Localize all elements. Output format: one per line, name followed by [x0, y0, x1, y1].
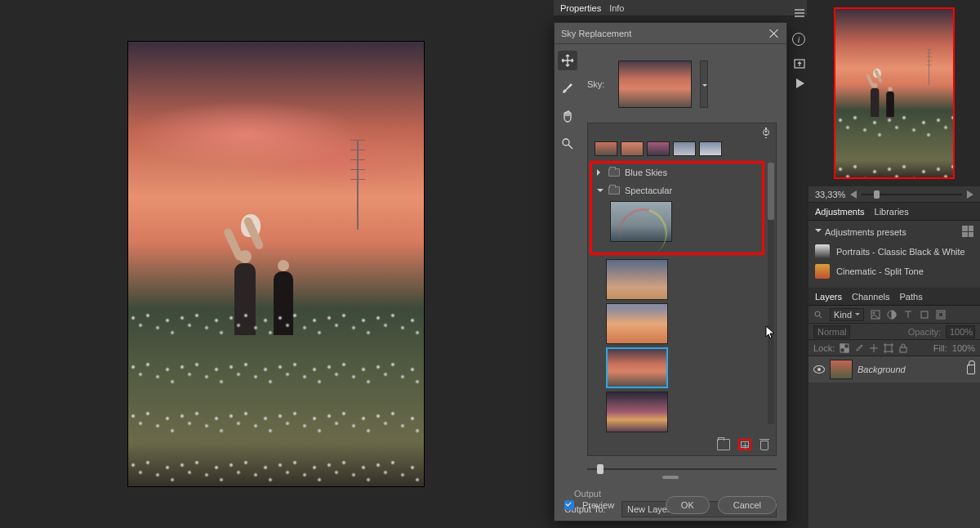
- folder-icon: [608, 168, 620, 177]
- preset-scrollbar[interactable]: [768, 163, 774, 424]
- tab-channels[interactable]: Channels: [852, 292, 889, 302]
- zoom-out-icon[interactable]: [850, 190, 857, 199]
- svg-rect-6: [921, 311, 928, 318]
- sky-thumb-rainbow[interactable]: [610, 201, 672, 242]
- blend-mode-select[interactable]: Normal: [813, 325, 850, 338]
- brush-tool[interactable]: [558, 78, 577, 98]
- zoom-value[interactable]: 33,33%: [815, 190, 845, 199]
- recent-sky-thumb[interactable]: [673, 141, 696, 156]
- lock-pos-icon[interactable]: [869, 343, 879, 353]
- right-panel-group: 33,33% Adjustments Libraries Adjustments…: [808, 0, 980, 528]
- folder-label: Spectacular: [625, 186, 672, 195]
- tab-paths[interactable]: Paths: [900, 292, 923, 302]
- scrollbar-thumb[interactable]: [768, 163, 774, 220]
- export-icon[interactable]: [793, 57, 806, 70]
- lock-label: Lock:: [813, 343, 835, 353]
- svg-rect-12: [885, 345, 892, 351]
- zoom-in-icon[interactable]: [967, 190, 973, 199]
- hand-tool[interactable]: [558, 106, 577, 126]
- tab-libraries[interactable]: Libraries: [875, 207, 909, 217]
- opacity-label: Opacity:: [908, 327, 941, 337]
- highlight-annotation: Blue Skies Spectacular: [590, 161, 764, 255]
- layer-filter-select[interactable]: Kind: [830, 308, 864, 321]
- new-group-icon[interactable]: [717, 439, 730, 450]
- sky-replacement-dialog: Sky Replacement Sky:: [554, 22, 787, 521]
- filter-type-icon[interactable]: [903, 310, 913, 320]
- sky-thumb[interactable]: [606, 303, 668, 344]
- lock-artboard-icon[interactable]: [884, 343, 893, 353]
- folder-label: Blue Skies: [625, 168, 667, 177]
- preset-cinematic-split[interactable]: Cinematic - Split Tone: [815, 262, 973, 281]
- thumbnail-size-slider[interactable]: [587, 461, 777, 477]
- layer-name[interactable]: Background: [858, 365, 906, 374]
- new-sky-icon[interactable]: [738, 439, 751, 450]
- lock-trans-icon[interactable]: [840, 343, 849, 353]
- image-flowers: [128, 308, 424, 486]
- lock-all-icon[interactable]: [898, 343, 908, 353]
- sky-label: Sky:: [587, 79, 610, 89]
- search-icon: [813, 310, 823, 320]
- preset-portraits-bw[interactable]: Portraits - Classic Black & White: [815, 242, 973, 262]
- navigator-thumbnail[interactable]: [834, 7, 955, 179]
- zoom-slider[interactable]: [862, 194, 962, 195]
- delete-sky-icon[interactable]: [760, 439, 769, 450]
- preset-settings-icon[interactable]: [761, 128, 771, 137]
- svg-rect-13: [900, 347, 906, 352]
- fill-value[interactable]: 100%: [952, 343, 975, 353]
- preset-label: Cinematic - Split Tone: [836, 266, 924, 276]
- recent-sky-thumb[interactable]: [595, 141, 617, 156]
- panel-resize-grip[interactable]: [662, 476, 679, 479]
- recent-skies-row: [588, 141, 776, 156]
- sky-thumb-selected[interactable]: [606, 347, 668, 388]
- preset-label: Portraits - Classic Black & White: [836, 247, 965, 257]
- filter-smart-icon[interactable]: [936, 310, 946, 320]
- layer-lock-icon[interactable]: [967, 365, 975, 374]
- layer-row-background[interactable]: Background: [808, 356, 980, 383]
- tab-adjustments[interactable]: Adjustments: [815, 207, 865, 217]
- sky-preset-panel: Blue Skies Spectacular: [587, 123, 777, 456]
- filter-image-icon[interactable]: [871, 310, 880, 320]
- ok-button[interactable]: OK: [666, 496, 710, 514]
- svg-rect-11: [844, 348, 849, 352]
- image-tower: [357, 140, 359, 230]
- canvas-area[interactable]: [0, 0, 551, 528]
- collapse-panel-icon[interactable]: [793, 7, 806, 20]
- tab-properties[interactable]: Properties: [560, 3, 601, 13]
- move-tool[interactable]: [558, 51, 577, 70]
- fill-label: Fill:: [933, 343, 947, 353]
- sky-thumb[interactable]: [606, 392, 668, 432]
- play-icon[interactable]: [793, 77, 806, 90]
- tab-info[interactable]: Info: [609, 3, 624, 13]
- svg-rect-10: [840, 344, 844, 348]
- folder-icon: [608, 186, 620, 195]
- preview-label: Preview: [582, 500, 614, 510]
- sky-dropdown-toggle[interactable]: [700, 60, 708, 108]
- preset-swatch-icon: [815, 244, 830, 259]
- preview-checkbox[interactable]: [564, 500, 574, 510]
- filter-shape-icon[interactable]: [920, 310, 929, 320]
- opacity-value[interactable]: 100%: [946, 325, 975, 338]
- tab-layers[interactable]: Layers: [815, 292, 842, 302]
- canvas-image[interactable]: [127, 41, 425, 487]
- zoom-tool[interactable]: [558, 134, 577, 154]
- recent-sky-thumb[interactable]: [699, 141, 722, 156]
- sky-thumb[interactable]: [606, 259, 668, 300]
- layer-thumbnail[interactable]: [830, 360, 853, 379]
- folder-spectacular[interactable]: Spectacular: [592, 181, 762, 199]
- navigator-panel: [808, 0, 980, 186]
- panel-tab-strip: Properties Info: [554, 0, 807, 16]
- adjustments-presets-header[interactable]: Adjustments presets: [815, 226, 906, 237]
- recent-sky-thumb[interactable]: [647, 141, 670, 156]
- recent-sky-thumb[interactable]: [621, 141, 644, 156]
- filter-adjust-icon[interactable]: [887, 310, 897, 320]
- grid-view-icon[interactable]: [962, 226, 973, 237]
- lock-paint-icon[interactable]: [854, 343, 864, 353]
- layer-visibility-icon[interactable]: [813, 365, 825, 374]
- cancel-button[interactable]: Cancel: [718, 496, 777, 514]
- svg-point-4: [873, 312, 875, 314]
- folder-blue-skies[interactable]: Blue Skies: [592, 163, 762, 181]
- svg-rect-8: [938, 312, 943, 317]
- svg-point-0: [563, 139, 569, 145]
- dialog-close-button[interactable]: [768, 28, 780, 39]
- selected-sky-thumbnail: [618, 60, 692, 108]
